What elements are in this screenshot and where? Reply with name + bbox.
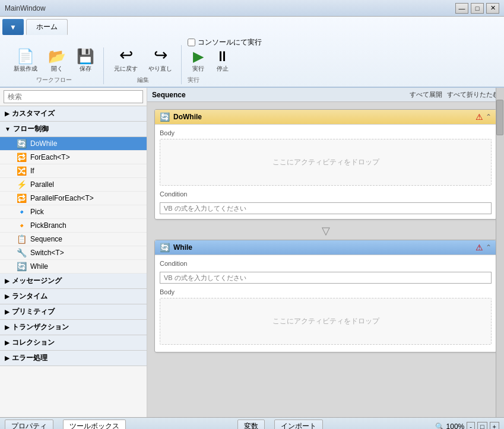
stop-button[interactable]: ⏸ 停止	[211, 47, 234, 75]
connector-arrow: ▽	[154, 224, 497, 237]
category-customize[interactable]: ▶ カスタマイズ	[0, 106, 147, 122]
close-button[interactable]: ✕	[486, 3, 499, 14]
item-while[interactable]: 🔄 While	[0, 260, 147, 274]
save-label: 保存	[80, 65, 91, 73]
app-menu-button[interactable]: ▼	[2, 19, 24, 35]
redo-icon: ↪	[154, 47, 167, 63]
redo-button[interactable]: ↪ やり直し	[144, 45, 176, 75]
search-box	[0, 88, 147, 106]
item-parallelforeach-label: ParallelForEach<T>	[30, 194, 94, 202]
dowhile-title: DoWhile	[173, 113, 476, 121]
while-collapse-button[interactable]: ⌃	[486, 243, 492, 252]
foreach-icon: 🔁	[17, 152, 27, 162]
item-parallel-label: Parallel	[30, 180, 54, 189]
ribbon-group-edit: ↩ 元に戻す ↪ やり直し 編集	[105, 45, 182, 84]
category-transaction[interactable]: ▶ トランザクション	[0, 320, 147, 335]
undo-label: 元に戻す	[114, 65, 138, 73]
while-condition-label: Condition	[160, 260, 492, 267]
dowhile-body-label: Body	[160, 129, 492, 136]
item-switch[interactable]: 🔧 Switch<T>	[0, 246, 147, 260]
redo-label: やり直し	[148, 65, 172, 73]
arrow-icon-rt: ▶	[5, 293, 9, 300]
category-messaging[interactable]: ▶ メッセージング	[0, 274, 147, 289]
category-flow-control-label: フロー制御	[13, 124, 49, 134]
item-parallelforeach[interactable]: 🔁 ParallelForEach<T>	[0, 192, 147, 205]
expand-all-button[interactable]: すべて展開	[410, 90, 442, 99]
tab-home[interactable]: ホーム	[26, 19, 68, 35]
tree-area: ▶ カスタマイズ ▼ フロー制御 🔄 DoWhile 🔁 ForEach<T>	[0, 106, 147, 417]
imports-tab[interactable]: インポート	[274, 420, 323, 429]
while-activity-icon: 🔄	[160, 243, 170, 252]
maximize-button[interactable]: □	[471, 3, 484, 14]
console-checkbox[interactable]	[188, 39, 195, 46]
workflow-group-label: ワークフロー	[36, 76, 72, 84]
console-check-area: コンソールにて実行	[188, 37, 495, 47]
variables-tab[interactable]: 変数	[237, 420, 265, 429]
arrow-icon: ▶	[5, 110, 9, 117]
dowhile-drop-zone[interactable]: ここにアクティビティをドロップ	[160, 139, 492, 186]
item-pickbranch[interactable]: 🔸 PickBranch	[0, 219, 147, 233]
console-checkbox-label[interactable]: コンソールにて実行	[188, 37, 262, 47]
pickbranch-icon: 🔸	[17, 221, 27, 230]
arrow-icon-coll: ▶	[5, 339, 9, 346]
category-customize-label: カスタマイズ	[12, 109, 55, 119]
while-title: While	[173, 243, 476, 252]
while-body-label: Body	[160, 288, 492, 295]
zoom-level: 100%	[446, 422, 465, 430]
category-primitives-label: プリミティブ	[12, 307, 55, 317]
category-collection-label: コレクション	[12, 338, 55, 348]
dowhile-icon: 🔄	[17, 139, 27, 148]
collapse-all-button[interactable]: すべて折りたたむ	[447, 90, 499, 99]
toolbox-tab[interactable]: ツールボックス	[63, 420, 126, 429]
item-pick[interactable]: 🔹 Pick	[0, 205, 147, 219]
category-flow-control[interactable]: ▼ フロー制御	[0, 122, 147, 137]
run-group-label: 実行	[188, 76, 199, 84]
item-dowhile[interactable]: 🔄 DoWhile	[0, 137, 147, 151]
category-runtime[interactable]: ▶ ランタイム	[0, 289, 147, 304]
dowhile-condition-input[interactable]	[160, 202, 492, 214]
sequence-icon: 📋	[17, 234, 27, 244]
scrollbar-thumb[interactable]	[496, 100, 503, 135]
item-parallel[interactable]: ⚡ Parallel	[0, 178, 147, 192]
zoom-in-button[interactable]: +	[490, 422, 499, 430]
item-sequence[interactable]: 📋 Sequence	[0, 233, 147, 246]
item-if[interactable]: 🔀 If	[0, 164, 147, 178]
open-button[interactable]: 📂 開く	[44, 47, 70, 75]
undo-button[interactable]: ↩ 元に戻す	[110, 45, 142, 75]
category-error-handling[interactable]: ▶ エラー処理	[0, 351, 147, 366]
zoom-out-button[interactable]: -	[467, 422, 475, 430]
edit-buttons: ↩ 元に戻す ↪ やり直し	[110, 45, 176, 75]
arrow-icon-err: ▶	[5, 355, 9, 361]
title-bar-controls[interactable]: — □ ✕	[455, 3, 499, 14]
while-drop-zone[interactable]: ここにアクティビティをドロップ	[160, 298, 492, 345]
console-label: コンソールにて実行	[198, 37, 262, 47]
canvas-header: Sequence すべて展開 すべて折りたたむ	[147, 88, 504, 102]
category-runtime-label: ランタイム	[12, 291, 47, 301]
canvas-actions: すべて展開 すべて折りたたむ	[410, 90, 499, 99]
arrow-icon-flow: ▼	[5, 126, 11, 132]
minimize-button[interactable]: —	[455, 3, 468, 14]
stop-label: 停止	[217, 65, 229, 73]
open-icon: 📂	[48, 49, 66, 63]
category-error-handling-label: エラー処理	[12, 353, 47, 363]
category-primitives[interactable]: ▶ プリミティブ	[0, 304, 147, 320]
run-stop-buttons: ▶ 実行 ⏸ 停止	[188, 47, 495, 75]
while-icon: 🔄	[17, 262, 27, 271]
item-foreach[interactable]: 🔁 ForEach<T>	[0, 151, 147, 164]
workflow-buttons: 📄 新規作成 📂 開く 💾 保存	[9, 47, 99, 75]
run-button[interactable]: ▶ 実行	[188, 47, 209, 75]
vertical-scrollbar[interactable]	[496, 88, 504, 417]
dowhile-collapse-button[interactable]: ⌃	[486, 113, 492, 121]
dowhile-block: 🔄 DoWhile ⚠ ⌃ Body ここにアクティビティをドロップ Condi…	[154, 109, 497, 220]
while-condition-input[interactable]	[160, 272, 492, 284]
properties-tab[interactable]: プロパティ	[5, 420, 53, 429]
dowhile-activity-icon: 🔄	[160, 112, 170, 122]
category-collection[interactable]: ▶ コレクション	[0, 335, 147, 351]
search-input[interactable]	[4, 90, 143, 103]
arrow-icon-trans: ▶	[5, 324, 9, 331]
zoom-fit-button[interactable]: □	[477, 422, 487, 430]
save-icon: 💾	[77, 49, 94, 63]
category-flow-control-group: ▼ フロー制御 🔄 DoWhile 🔁 ForEach<T> 🔀 If ⚡	[0, 122, 147, 274]
new-button[interactable]: 📄 新規作成	[9, 47, 42, 75]
save-button[interactable]: 💾 保存	[72, 47, 99, 75]
